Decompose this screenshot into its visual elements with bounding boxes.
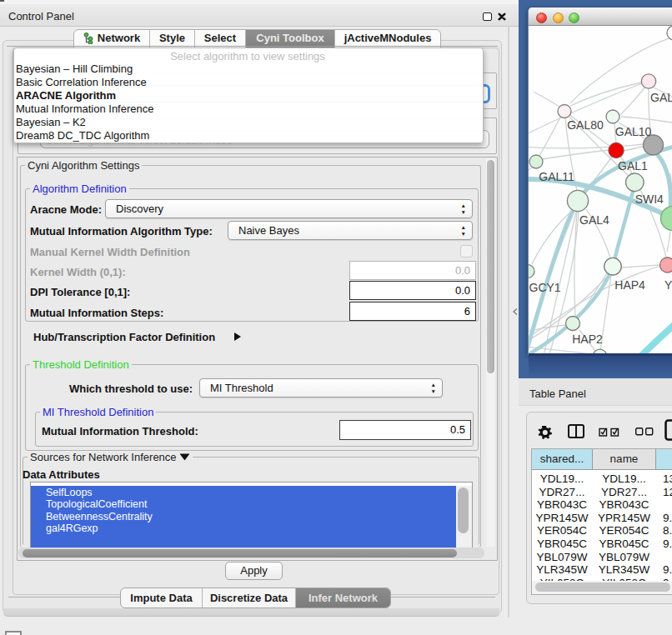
svg-text:HAP2: HAP2 [572,332,603,346]
svg-text:GAL4: GAL4 [579,213,609,227]
svg-text:GAL7: GAL7 [650,91,672,104]
svg-text:GAL1: GAL1 [618,159,648,172]
svg-text:Y: Y [664,278,672,292]
svg-text:SWI4: SWI4 [635,192,664,206]
svg-text:HAP4: HAP4 [614,278,645,292]
svg-text:GCY1: GCY1 [529,281,561,294]
svg-text:GAL10: GAL10 [615,125,652,138]
svg-text:GAL80: GAL80 [567,118,604,132]
svg-text:GAL11: GAL11 [539,170,574,183]
